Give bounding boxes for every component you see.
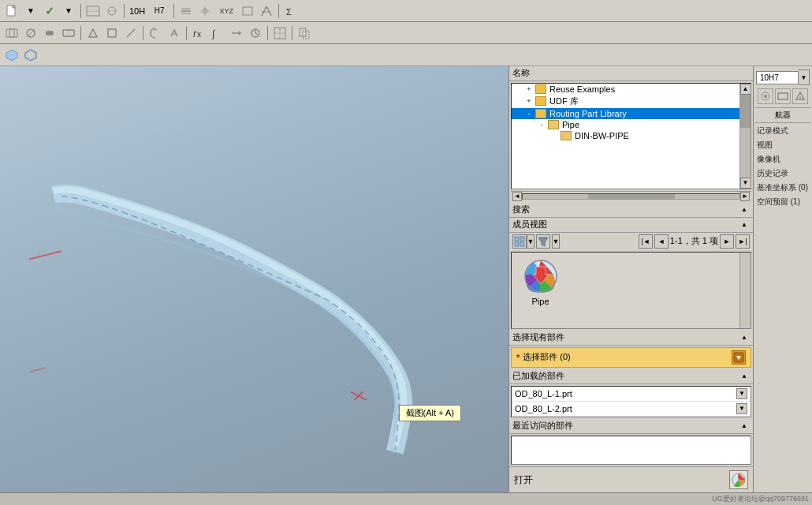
tb2-btn2[interactable] bbox=[22, 24, 39, 42]
dimension-dropdown-btn[interactable]: ▼ bbox=[799, 69, 810, 85]
hscroll-left[interactable]: ◄ bbox=[512, 192, 522, 201]
far-right-top: 10H7 ▼ bbox=[754, 66, 812, 107]
members-collapse-btn[interactable] bbox=[739, 219, 750, 230]
pipe-viewport-svg bbox=[0, 66, 508, 492]
vscroll-thumb[interactable] bbox=[740, 95, 751, 128]
tree-vscrollbar[interactable]: ▲ ▼ bbox=[739, 84, 751, 189]
toolbar-btn-sym2[interactable] bbox=[196, 2, 214, 20]
select-icon-btn[interactable] bbox=[732, 350, 746, 365]
expand-icon-din bbox=[549, 131, 559, 140]
svg-line-45 bbox=[355, 392, 363, 400]
tb2-btn9[interactable] bbox=[166, 24, 183, 42]
member-item-pipe[interactable]: Pipe bbox=[515, 256, 566, 308]
svg-rect-59 bbox=[778, 93, 788, 99]
dimension-value: 10H7 bbox=[756, 71, 799, 84]
toolbar-btn-t2[interactable] bbox=[103, 2, 121, 20]
search-collapse-btn[interactable] bbox=[739, 204, 750, 215]
toolbar-btn-sym3[interactable] bbox=[239, 2, 256, 20]
member-pipe-label: Pipe bbox=[531, 297, 549, 306]
tb2-btn15[interactable] bbox=[296, 24, 313, 42]
tb2-btn1[interactable] bbox=[3, 24, 20, 42]
toolbar-btn-xyz[interactable]: XYZ bbox=[215, 2, 237, 20]
loaded-item-1[interactable]: OD_80_L-1.prt ▼ bbox=[512, 387, 751, 402]
toolbar-btn-new[interactable] bbox=[3, 2, 20, 20]
open-section: 打开 bbox=[509, 466, 753, 492]
tb2-btn13[interactable] bbox=[247, 24, 264, 42]
far-right-item-4[interactable]: 基准坐标系 (0) bbox=[755, 181, 810, 194]
tree-item-udf[interactable]: + UDF 库 bbox=[512, 95, 751, 108]
tree-label-routing: Routing Part Library bbox=[549, 109, 627, 118]
loaded-item-1-label: OD_80_L-1.prt bbox=[515, 389, 572, 398]
loaded-item-1-dropdown[interactable]: ▼ bbox=[736, 388, 747, 399]
far-right-btn-2[interactable] bbox=[775, 88, 791, 104]
sep3 bbox=[173, 4, 174, 18]
toolbar-btn-sym4[interactable] bbox=[258, 2, 275, 20]
tb2-btn12[interactable] bbox=[228, 24, 245, 42]
tb2-btn4[interactable] bbox=[60, 24, 77, 42]
open-icon-btn[interactable] bbox=[729, 470, 748, 489]
hscroll-right[interactable]: ► bbox=[740, 192, 750, 201]
tb2-btn6[interactable] bbox=[103, 24, 121, 42]
toolbar-btn-t1[interactable] bbox=[84, 2, 102, 20]
far-right-item-5[interactable]: 空间预留 (1) bbox=[755, 196, 810, 208]
tb3-cube2[interactable] bbox=[22, 47, 39, 64]
nav-first-btn[interactable]: |◄ bbox=[639, 234, 653, 249]
tree-hscrollbar[interactable]: ◄ ► bbox=[511, 191, 751, 201]
far-right-btn-1[interactable] bbox=[758, 88, 773, 104]
tb2-btn10[interactable]: fx bbox=[190, 24, 207, 42]
folder-icon-pipe bbox=[548, 120, 559, 129]
toolbar-btn-sym5[interactable]: Σ bbox=[282, 2, 300, 20]
tb2-btn14[interactable] bbox=[271, 24, 289, 42]
svg-line-36 bbox=[255, 33, 258, 35]
tree-label-reuse: Reuse Examples bbox=[549, 84, 615, 94]
tree-container[interactable]: + Reuse Examples + UDF 库 - Routing Part … bbox=[511, 83, 751, 189]
far-right-item-1[interactable]: 视图 bbox=[755, 139, 810, 152]
vscroll-down[interactable]: ▼ bbox=[740, 178, 751, 189]
toolbar-btn-dropdown2[interactable]: ▼ bbox=[60, 2, 77, 20]
toolbar-btn-sym1[interactable] bbox=[177, 2, 195, 20]
loaded-item-2-dropdown[interactable]: ▼ bbox=[736, 403, 747, 414]
toolbar-btn-check[interactable]: ✓ bbox=[41, 2, 58, 20]
tb2-btn8[interactable] bbox=[147, 24, 164, 42]
hscroll-thumb[interactable] bbox=[588, 194, 675, 199]
far-right-item-2[interactable]: 像像机 bbox=[755, 153, 810, 166]
toolbar-btn-h7[interactable]: H7 bbox=[148, 2, 170, 20]
loaded-collapse-btn[interactable] bbox=[739, 371, 750, 382]
tree-item-pipe[interactable]: - Pipe bbox=[512, 119, 751, 130]
tooltip-text: 截图(Alt + A) bbox=[406, 408, 454, 417]
tree-item-din[interactable]: DIN-BW-PIPE bbox=[512, 130, 751, 141]
select-collapse-btn[interactable] bbox=[739, 332, 750, 343]
tb2-btn3[interactable] bbox=[41, 24, 58, 42]
vscroll-up[interactable]: ▲ bbox=[740, 84, 751, 95]
members-grid[interactable]: Pipe bbox=[511, 252, 751, 329]
filter-dropdown-btn[interactable]: ▼ bbox=[552, 234, 560, 249]
tb2-btn5[interactable] bbox=[84, 24, 102, 42]
nav-prev-btn[interactable]: ◄ bbox=[654, 234, 669, 249]
tb2-btn11[interactable]: ∫ bbox=[209, 24, 226, 42]
recent-collapse-btn[interactable] bbox=[739, 421, 750, 432]
tree-item-routing[interactable]: - Routing Part Library bbox=[512, 108, 751, 119]
far-right-item-0[interactable]: 记录模式 bbox=[755, 125, 810, 137]
hscroll-track bbox=[522, 193, 740, 200]
view-dropdown-btn[interactable]: ▼ bbox=[527, 234, 535, 249]
far-right-item-3[interactable]: 历史记录 bbox=[755, 167, 810, 180]
tb2-btn7[interactable] bbox=[122, 24, 140, 42]
tree-section-header: 名称 bbox=[509, 66, 753, 81]
toolbar-btn-dropdown1[interactable]: ▼ bbox=[22, 2, 39, 20]
svg-rect-47 bbox=[520, 237, 524, 241]
far-right-btn-3[interactable] bbox=[792, 88, 808, 104]
members-vscroll[interactable] bbox=[739, 252, 751, 328]
svg-marker-42 bbox=[6, 50, 17, 61]
expand-icon-udf: + bbox=[524, 96, 534, 106]
svg-text:x: x bbox=[197, 30, 201, 39]
nav-last-btn[interactable]: ►| bbox=[736, 234, 750, 249]
watermark-text: UG爱好者论坛@qq709776691 bbox=[712, 494, 809, 504]
viewport[interactable]: 截图(Alt + A) bbox=[0, 66, 508, 492]
members-title: 成员视图 bbox=[512, 219, 547, 230]
view-icon-btn[interactable] bbox=[512, 234, 527, 249]
filter-btn[interactable] bbox=[536, 234, 550, 249]
loaded-item-2[interactable]: OD_80_L-2.prt ▼ bbox=[512, 402, 751, 417]
tb3-cube[interactable] bbox=[3, 47, 20, 64]
nav-next-btn[interactable]: ► bbox=[720, 234, 734, 249]
tree-item-reuse[interactable]: + Reuse Examples bbox=[512, 84, 751, 95]
